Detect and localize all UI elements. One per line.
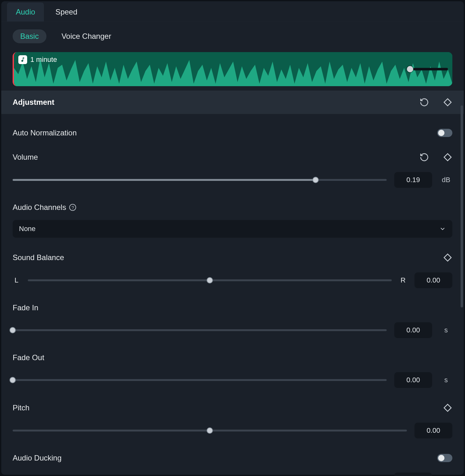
toggle-audio-ducking[interactable] [437,454,452,462]
label-fade-in: Fade In [13,303,38,312]
sub-tabs: Basic Voice Changer [1,22,464,49]
select-audio-channels-value: None [19,225,36,233]
row-sound-balance: Sound Balance [13,241,452,262]
help-icon[interactable]: ? [69,204,76,211]
value-sound-balance[interactable]: 0.00 [414,272,452,288]
clip-trim-handle[interactable] [407,66,448,72]
reset-icon[interactable] [420,98,429,107]
scrollbar[interactable] [461,105,463,307]
row-fade-out: Fade Out [13,341,452,362]
label-volume: Volume [13,153,38,162]
sound-balance-keyframe-icon[interactable] [443,253,452,262]
volume-reset-icon[interactable] [420,152,429,162]
row-pitch: Pitch [13,391,452,413]
row-audio-channels: Audio Channels ? [13,191,452,212]
label-audio-channels: Audio Channels [13,203,66,212]
keyframe-icon[interactable] [443,98,452,107]
slider-fade-in[interactable] [13,329,387,331]
value-volume[interactable]: 0.19 [394,172,432,188]
pitch-keyframe-icon[interactable] [443,403,452,413]
label-fade-out: Fade Out [13,353,44,362]
row-fade-in: Fade In [13,291,452,312]
row-audio-ducking: Audio Ducking [13,442,452,462]
tab-audio[interactable]: Audio [7,3,44,21]
label-audio-ducking: Audio Ducking [13,454,62,462]
slider-fade-out[interactable] [13,379,387,381]
label-pitch: Pitch [13,403,29,412]
value-fade-out[interactable]: 0.00 [394,372,432,388]
subtab-basic[interactable]: Basic [13,29,46,43]
balance-right-label: R [399,276,407,284]
row-auto-normalization: Auto Normalization [13,116,452,137]
section-title: Adjustment [13,98,54,107]
unit-volume: dB [440,176,452,184]
unit-fade-out: s [440,376,452,384]
waveform-graphic [14,52,452,86]
value-pitch[interactable]: 0.00 [414,423,452,438]
section-header-adjustment: Adjustment [1,91,464,114]
label-auto-normalization: Auto Normalization [13,128,77,137]
select-audio-channels[interactable]: None [13,220,452,238]
slider-pitch[interactable] [13,430,407,431]
audio-clip[interactable]: 1 minute [13,52,452,86]
slider-volume[interactable] [13,179,387,181]
value-fade-in[interactable]: 0.00 [394,322,432,338]
value-audio-ducking: 50.00 [394,473,432,476]
unit-fade-in: s [440,326,452,334]
label-sound-balance: Sound Balance [13,253,64,262]
clip-name: 1 minute [30,56,57,64]
chevron-down-icon [439,225,446,232]
slider-sound-balance[interactable] [28,279,392,281]
subtab-voice-changer[interactable]: Voice Changer [54,29,119,43]
top-tabs: Audio Speed [1,1,464,22]
volume-keyframe-icon[interactable] [443,152,452,162]
tab-speed[interactable]: Speed [46,3,86,21]
balance-left-label: L [13,276,20,284]
row-volume: Volume [13,140,452,162]
music-note-icon [18,55,27,64]
toggle-auto-normalization[interactable] [437,129,452,137]
